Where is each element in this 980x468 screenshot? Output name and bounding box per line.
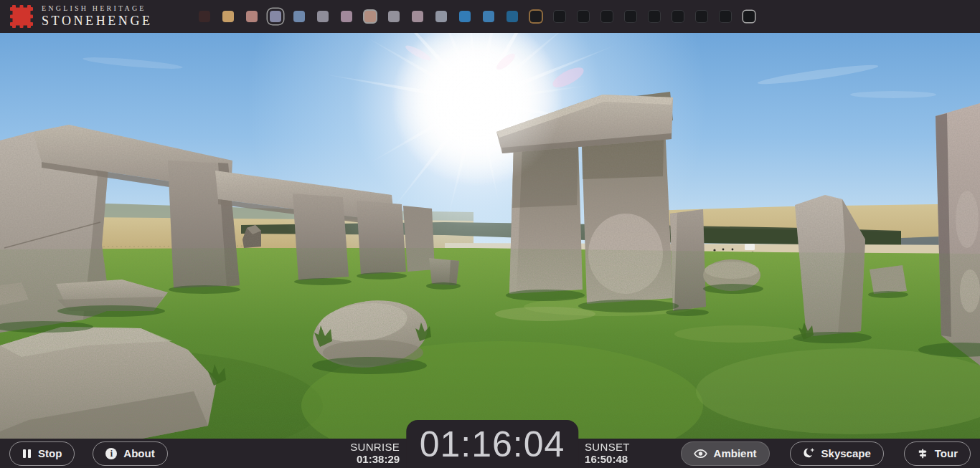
hour-swatch-16[interactable] <box>578 11 589 22</box>
eye-icon <box>694 449 707 459</box>
hour-swatch-2[interactable] <box>246 11 258 22</box>
sunrise-time: 01:38:29 <box>350 453 400 465</box>
sunset-label: SUNSET <box>585 441 630 453</box>
signpost-icon <box>917 448 928 459</box>
hour-swatch-22[interactable] <box>720 11 731 22</box>
hour-swatch-8[interactable] <box>388 11 400 22</box>
ambient-button[interactable]: Ambient <box>681 441 770 466</box>
hour-swatch-14[interactable] <box>530 11 542 22</box>
sunset-block: SUNSET 16:50:48 <box>585 441 630 468</box>
hour-swatch-3[interactable] <box>270 11 281 22</box>
top-bar: ENGLISH HERITAGE STONEHENGE <box>0 0 980 33</box>
sunrise-block: SUNRISE 01:38:29 <box>350 441 400 468</box>
about-button[interactable]: i About <box>93 441 167 466</box>
hour-swatch-18[interactable] <box>625 11 636 22</box>
brand-title: STONEHENGE <box>42 14 153 28</box>
footer-right-buttons: Ambient Skyscape Tour <box>681 441 971 466</box>
hour-swatch-0[interactable] <box>199 11 210 22</box>
bottom-bar: Stop i About SUNRISE 01:38:29 01:16:04 S… <box>0 439 980 468</box>
skyscape-button[interactable]: Skyscape <box>790 441 884 466</box>
skyscape-button-label: Skyscape <box>821 447 871 459</box>
info-icon: i <box>105 448 117 459</box>
hour-swatch-5[interactable] <box>317 11 329 22</box>
hour-swatch-7[interactable] <box>364 11 376 22</box>
stop-button-label: Stop <box>38 447 62 459</box>
about-button-label: About <box>123 447 154 459</box>
moon-sparkle-icon <box>803 447 815 459</box>
hour-swatch-15[interactable] <box>554 11 565 22</box>
time-panel: SUNRISE 01:38:29 01:16:04 SUNSET 16:50:4… <box>350 420 629 468</box>
hour-swatch-13[interactable] <box>507 11 518 22</box>
hour-swatch-row <box>199 11 755 22</box>
hour-swatch-12[interactable] <box>483 11 494 22</box>
skyscape-app: ENGLISH HERITAGE STONEHENGE <box>0 0 980 468</box>
hour-swatch-1[interactable] <box>222 11 234 22</box>
brand-logo[interactable]: ENGLISH HERITAGE STONEHENGE <box>10 5 153 28</box>
ambient-button-label: Ambient <box>714 447 757 459</box>
hour-swatch-20[interactable] <box>672 11 684 22</box>
sunset-time: 16:50:48 <box>585 453 630 465</box>
stop-button[interactable]: Stop <box>9 441 75 466</box>
sunrise-label: SUNRISE <box>350 441 400 453</box>
english-heritage-logo-icon <box>10 5 33 28</box>
brand-supertitle: ENGLISH HERITAGE <box>42 5 153 13</box>
hour-swatch-10[interactable] <box>435 11 447 22</box>
tour-button-label: Tour <box>935 447 958 459</box>
footer-left-buttons: Stop i About <box>9 441 168 466</box>
stonehenge-panorama <box>0 33 980 439</box>
clock-tab: 01:16:04 <box>406 420 578 468</box>
hour-swatch-11[interactable] <box>459 11 471 22</box>
pause-icon <box>22 449 32 459</box>
clock-time: 01:16:04 <box>420 424 565 465</box>
tour-button[interactable]: Tour <box>904 441 971 466</box>
hour-swatch-4[interactable] <box>293 11 305 22</box>
hour-swatch-21[interactable] <box>696 11 707 22</box>
hour-swatch-9[interactable] <box>412 11 423 22</box>
panorama-viewport[interactable] <box>0 33 980 439</box>
hour-swatch-19[interactable] <box>649 11 660 22</box>
hour-swatch-6[interactable] <box>341 11 352 22</box>
hour-swatch-23[interactable] <box>743 11 755 22</box>
hour-swatch-17[interactable] <box>601 11 613 22</box>
